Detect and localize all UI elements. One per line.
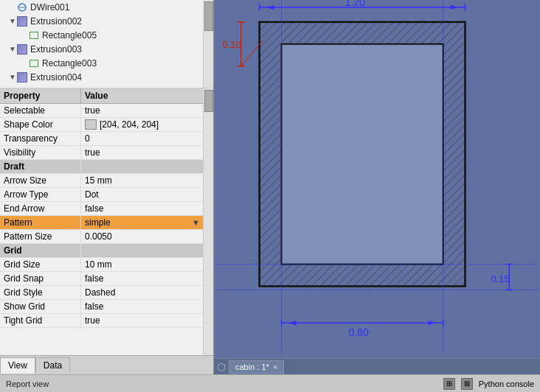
prop-row-transparency[interactable]: Transparency 0	[0, 132, 213, 146]
prop-row-show-grid[interactable]: Show Grid false	[0, 300, 213, 314]
props-scrollbar-thumb[interactable]	[204, 90, 213, 112]
tree-item-rectangle003[interactable]: Rectangle003	[0, 56, 213, 70]
tree-label: Extrusion002	[30, 16, 82, 27]
prop-label: Show Grid	[0, 300, 81, 313]
prop-row-arrow-type[interactable]: Arrow Type Dot	[0, 188, 213, 202]
section-value	[81, 249, 213, 252]
status-icon-2[interactable]: ⊠	[461, 378, 473, 390]
prop-label: Visibility	[0, 146, 81, 159]
prop-row-pattern-size[interactable]: Pattern Size 0.0050	[0, 230, 213, 244]
tree-item-rectangle005[interactable]: Rectangle005	[0, 28, 213, 42]
section-label: Grid	[0, 244, 81, 257]
prop-value: simple ▼	[81, 216, 213, 229]
expand-arrow: ▼	[9, 17, 16, 25]
prop-label: Selectable	[0, 104, 81, 117]
svg-text:0.15: 0.15	[491, 273, 509, 284]
prop-value: true	[81, 104, 213, 117]
prop-value: [204, 204, 204]	[81, 118, 213, 131]
prop-value: false	[81, 272, 213, 285]
prop-value: 15 mm	[81, 174, 213, 187]
tree-item-extrusion004[interactable]: ▼ Extrusion004	[0, 70, 213, 84]
viewport-tab[interactable]: cabin : 1* ×	[229, 360, 284, 374]
prop-label: Transparency	[0, 132, 81, 145]
tree-item-extrusion002[interactable]: ▼ Extrusion002	[0, 14, 213, 28]
prop-row-pattern[interactable]: Pattern simple ▼	[0, 216, 213, 230]
prop-row-tight-grid[interactable]: Tight Grid true	[0, 314, 213, 328]
prop-row-selectable[interactable]: Selectable true	[0, 104, 213, 118]
section-draft: Draft	[0, 160, 213, 174]
prop-value: false	[81, 300, 213, 313]
prop-label: Grid Snap	[0, 272, 81, 285]
section-value	[81, 165, 213, 168]
tree-item-dwire001[interactable]: DWire001	[0, 0, 213, 14]
rect-icon	[28, 57, 40, 69]
prop-row-shape-color[interactable]: Shape Color [204, 204, 204]	[0, 118, 213, 132]
status-bar: Report view ⊞ ⊠ Python console	[0, 374, 540, 392]
status-text: Report view	[6, 379, 49, 388]
viewport-tab-close-icon[interactable]: ×	[273, 363, 277, 371]
props-scrollbar[interactable]	[203, 88, 213, 355]
prop-value: Dot	[81, 188, 213, 201]
tree-scrollbar-thumb[interactable]	[204, 1, 213, 31]
left-panel: DWire001 ▼ Extrusion002 Rectangle005 ▼ E…	[0, 0, 214, 374]
bottom-tabs: View Data	[0, 355, 213, 374]
svg-text:0.80: 0.80	[349, 326, 369, 338]
prop-row-grid-style[interactable]: Grid Style Dashed	[0, 286, 213, 300]
prop-row-grid-snap[interactable]: Grid Snap false	[0, 272, 213, 286]
prop-label: Pattern Size	[0, 230, 81, 243]
extrusion-icon	[16, 43, 28, 55]
dropdown-chevron-icon: ▼	[192, 218, 200, 227]
tree-label: DWire001	[30, 2, 69, 13]
expand-arrow: ▼	[9, 73, 16, 81]
svg-rect-5	[282, 44, 443, 265]
status-icon-1[interactable]: ⊞	[443, 378, 455, 390]
dwire-icon	[16, 1, 28, 13]
prop-label: Shape Color	[0, 118, 81, 131]
object-tree: DWire001 ▼ Extrusion002 Rectangle005 ▼ E…	[0, 0, 213, 88]
prop-value: true	[81, 146, 213, 159]
prop-row-end-arrow[interactable]: End Arrow false	[0, 202, 213, 216]
prop-label: Pattern	[0, 216, 81, 229]
section-grid: Grid	[0, 244, 213, 258]
section-label: Draft	[0, 160, 81, 173]
props-header: Property Value	[0, 88, 213, 104]
properties-panel: Property Value Selectable true Shape Col…	[0, 88, 213, 355]
prop-label: Grid Style	[0, 286, 81, 299]
rect-icon	[28, 29, 40, 41]
svg-text:0.10: 0.10	[223, 39, 241, 50]
tab-data[interactable]: Data	[35, 357, 70, 373]
prop-value: 0	[81, 132, 213, 145]
prop-value: true	[81, 314, 213, 327]
tree-label: Extrusion004	[30, 72, 82, 83]
svg-text:1.20: 1.20	[345, 0, 365, 8]
prop-row-visibility[interactable]: Visibility true	[0, 146, 213, 160]
prop-label: End Arrow	[0, 202, 81, 215]
drawing-canvas: 1.20 0.10 0.80 0.15	[214, 0, 540, 374]
tree-label: Rectangle005	[42, 30, 97, 41]
viewport-tabbar: ⬡ cabin : 1* ×	[214, 358, 540, 374]
tree-label: Extrusion003	[30, 44, 82, 55]
prop-value: 0.0050	[81, 230, 213, 243]
prop-value: 10 mm	[81, 258, 213, 271]
prop-value: false	[81, 202, 213, 215]
freecad-icon: ⬡	[217, 361, 226, 373]
tree-item-extrusion003[interactable]: ▼ Extrusion003	[0, 42, 213, 56]
prop-label: Arrow Type	[0, 188, 81, 201]
prop-label: Tight Grid	[0, 314, 81, 327]
prop-row-grid-size[interactable]: Grid Size 10 mm	[0, 258, 213, 272]
extrusion-icon	[16, 15, 28, 27]
tab-view[interactable]: View	[0, 357, 35, 374]
prop-row-arrow-size[interactable]: Arrow Size 15 mm	[0, 174, 213, 188]
viewport: 1.20 0.10 0.80 0.15	[214, 0, 540, 374]
expand-arrow: ▼	[9, 45, 16, 53]
val-column-header: Value	[81, 88, 213, 103]
viewport-tab-label: cabin : 1*	[235, 363, 269, 371]
prop-label: Grid Size	[0, 258, 81, 271]
tree-scrollbar[interactable]	[203, 0, 213, 88]
prop-value: Dashed	[81, 286, 213, 299]
extrusion-icon	[16, 71, 28, 83]
status-right: ⊞ ⊠ Python console	[443, 378, 534, 390]
python-console-label: Python console	[479, 379, 534, 388]
prop-column-header: Property	[0, 88, 81, 103]
color-swatch[interactable]	[85, 119, 97, 130]
